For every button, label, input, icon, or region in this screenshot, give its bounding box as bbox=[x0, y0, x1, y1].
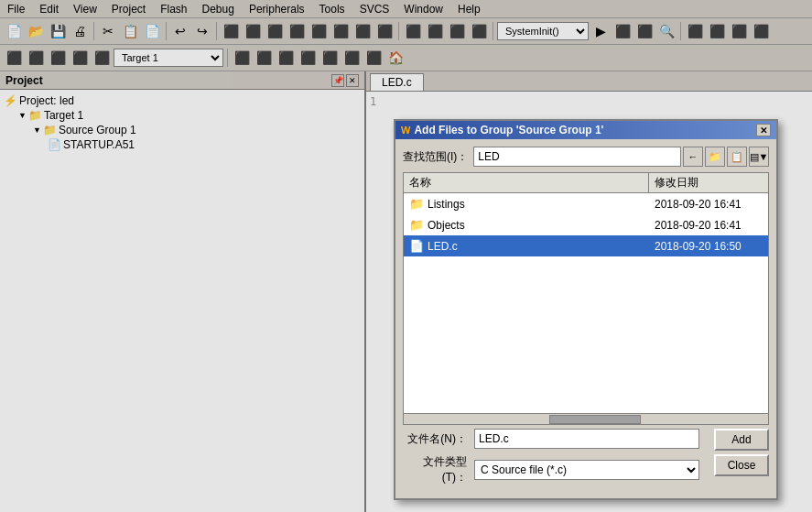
modal-close-btn[interactable]: ✕ bbox=[756, 124, 771, 136]
file-list: 📁 Listings 2018-09-20 16:41 📁 Objects 20… bbox=[404, 193, 768, 413]
hscroll[interactable] bbox=[404, 413, 768, 424]
file-row-ledc[interactable]: 📄 LED.c 2018-09-20 16:50 bbox=[404, 235, 768, 256]
listings-name: Listings bbox=[428, 198, 465, 211]
listings-date: 2018-09-20 16:41 bbox=[649, 196, 768, 212]
hscroll-thumb bbox=[549, 415, 641, 424]
modal-title-text: Add Files to Group 'Source Group 1' bbox=[414, 124, 603, 136]
search-input[interactable] bbox=[473, 147, 681, 167]
search-label: 查找范围(I)： bbox=[403, 149, 468, 165]
nav-back-btn[interactable]: ← bbox=[683, 147, 703, 167]
ledc-date: 2018-09-20 16:50 bbox=[649, 238, 768, 255]
nav-view-btn[interactable]: ▤▼ bbox=[749, 147, 769, 167]
objects-folder-icon: 📁 bbox=[409, 218, 424, 232]
nav-new-folder-btn[interactable]: 📋 bbox=[727, 147, 747, 167]
close-button[interactable]: Close bbox=[714, 454, 769, 476]
modal-title-area: W Add Files to Group 'Source Group 1' bbox=[401, 124, 603, 136]
search-box: ← 📁 📋 ▤▼ bbox=[473, 147, 769, 167]
uv-icon: W bbox=[401, 125, 410, 136]
file-list-header: 名称 修改日期 bbox=[404, 173, 768, 193]
fields-area: 文件名(N)： 文件类型(T)： C Source file (*.c) bbox=[403, 429, 699, 491]
filename-row: 文件名(N)： bbox=[403, 429, 699, 449]
filename-label: 文件名(N)： bbox=[403, 431, 467, 447]
add-files-dialog: W Add Files to Group 'Source Group 1' ✕ … bbox=[394, 119, 778, 500]
objects-name: Objects bbox=[428, 219, 465, 232]
modal-overlay: W Add Files to Group 'Source Group 1' ✕ … bbox=[0, 0, 812, 512]
col-name: 名称 bbox=[404, 173, 649, 192]
modal-titlebar: W Add Files to Group 'Source Group 1' ✕ bbox=[395, 121, 776, 139]
filetype-label: 文件类型(T)： bbox=[403, 454, 467, 485]
bottom-area: 文件名(N)： 文件类型(T)： C Source file (*.c) Add… bbox=[403, 429, 769, 491]
file-list-container: 名称 修改日期 📁 Listings 2018-09-20 16:41 bbox=[403, 172, 769, 425]
objects-date: 2018-09-20 16:41 bbox=[649, 217, 768, 234]
file-row-listings[interactable]: 📁 Listings 2018-09-20 16:41 bbox=[404, 193, 768, 214]
search-row: 查找范围(I)： ← 📁 📋 ▤▼ bbox=[403, 147, 769, 167]
ledc-name: LED.c bbox=[428, 240, 458, 253]
filetype-select[interactable]: C Source file (*.c) bbox=[474, 460, 699, 480]
nav-up-btn[interactable]: 📁 bbox=[705, 147, 725, 167]
filename-input[interactable] bbox=[474, 429, 699, 449]
col-date: 修改日期 bbox=[649, 173, 768, 192]
filetype-row: 文件类型(T)： C Source file (*.c) bbox=[403, 454, 699, 485]
listings-folder-icon: 📁 bbox=[409, 197, 424, 211]
file-row-objects[interactable]: 📁 Objects 2018-09-20 16:41 bbox=[404, 214, 768, 235]
modal-btn-area: Add Close bbox=[714, 429, 769, 491]
ledc-file-icon: 📄 bbox=[409, 239, 424, 253]
modal-body: 查找范围(I)： ← 📁 📋 ▤▼ 名称 修改日期 bbox=[395, 139, 776, 498]
add-button[interactable]: Add bbox=[714, 429, 769, 451]
